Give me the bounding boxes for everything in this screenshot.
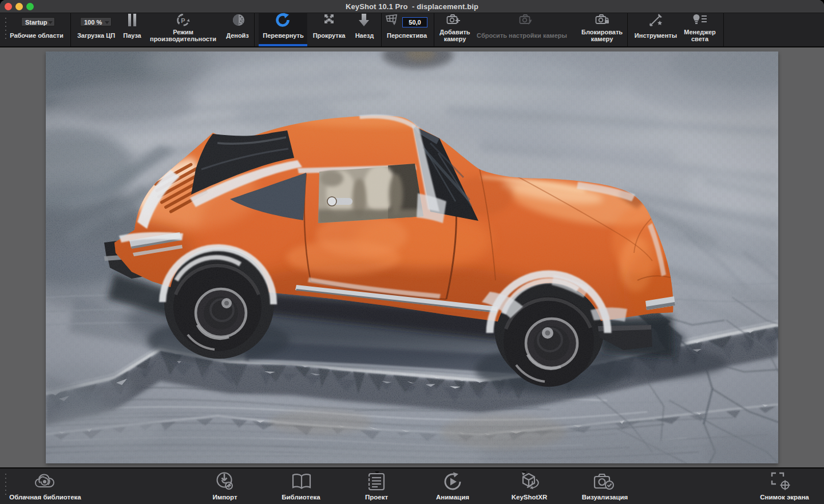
svg-text:P: P	[181, 17, 185, 24]
